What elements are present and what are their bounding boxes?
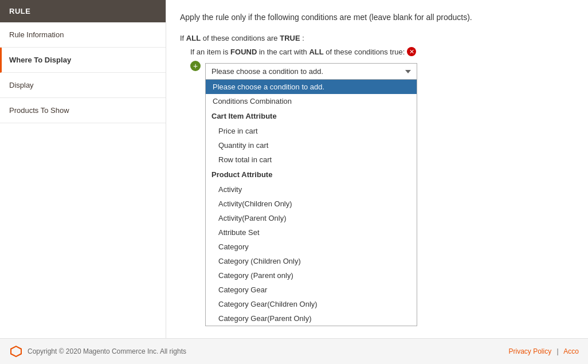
dropdown-item[interactable]: Conditions Combination (206, 94, 417, 108)
sidebar-item-where-to-display[interactable]: Where To Display (0, 48, 166, 73)
dropdown-item[interactable]: Category (206, 240, 417, 254)
dropdown-arrow-icon (405, 70, 411, 73)
all-keyword[interactable]: ALL (186, 34, 201, 42)
footer-copyright: Copyright © 2020 Magento Commerce Inc. A… (28, 347, 186, 355)
condition-dropdown-list: Please choose a condition to add.Conditi… (205, 80, 417, 326)
condition-suffix: : (302, 34, 304, 42)
sidebar-header: RULE (0, 0, 166, 22)
sidebar: RULE Rule Information Where To Display D… (0, 0, 166, 364)
dropdown-item[interactable]: Category Gear (206, 283, 417, 297)
sidebar-item-display[interactable]: Display (0, 73, 166, 98)
condition-section: If ALL of these conditions are TRUE : If… (180, 34, 574, 80)
condition-middle-text: of these conditions are (203, 34, 278, 42)
if-label: If (180, 34, 184, 42)
footer-separator: | (557, 347, 559, 355)
nested-middle: in the cart with (259, 48, 307, 56)
dropdown-item[interactable]: Activity(Parent Only) (206, 211, 417, 225)
condition-dropdown-wrapper: Please choose a condition to add. Please… (205, 63, 417, 80)
sidebar-item-products-to-show[interactable]: Products To Show (0, 98, 166, 123)
dropdown-item[interactable]: Climate (206, 326, 417, 326)
dropdown-item[interactable]: Category Gear(Children Only) (206, 297, 417, 311)
found-keyword[interactable]: FOUND (230, 48, 257, 56)
condition-line-all: If ALL of these conditions are TRUE : (180, 34, 574, 42)
dropdown-item[interactable]: Price in cart (206, 124, 417, 138)
dropdown-item[interactable]: Category (Parent only) (206, 268, 417, 283)
condition-dropdown-trigger[interactable]: Please choose a condition to add. (205, 63, 417, 80)
privacy-policy-link[interactable]: Privacy Policy (508, 347, 551, 355)
nested-prefix: If an item is (190, 48, 228, 56)
dropdown-item[interactable]: Please choose a condition to add. (206, 80, 417, 94)
account-link[interactable]: Acco (563, 347, 579, 355)
nested-all-keyword[interactable]: ALL (309, 48, 323, 56)
nested-suffix: of these conditions true: (326, 48, 405, 56)
sidebar-item-rule-information[interactable]: Rule Information (0, 22, 166, 48)
dropdown-item[interactable]: Category (Children Only) (206, 254, 417, 268)
main-content: Apply the rule only if the following con… (166, 0, 588, 364)
dropdown-item[interactable]: Activity (206, 182, 417, 197)
dropdown-item[interactable]: Category Gear(Parent Only) (206, 311, 417, 326)
dropdown-item[interactable]: Activity(Children Only) (206, 197, 417, 211)
dropdown-item[interactable]: Attribute Set (206, 225, 417, 240)
footer-links: Privacy Policy | Acco (508, 347, 579, 355)
dropdown-item[interactable]: Row total in cart (206, 152, 417, 167)
nested-condition: If an item is FOUND in the cart with ALL… (190, 47, 574, 56)
add-condition-button[interactable]: + (190, 61, 201, 71)
dropdown-group-label: Cart Item Attribute (206, 108, 417, 124)
dropdown-selected-text: Please choose a condition to add. (211, 67, 401, 76)
magento-logo (9, 345, 23, 358)
dropdown-item[interactable]: Quantity in cart (206, 138, 417, 152)
rule-description: Apply the rule only if the following con… (180, 11, 574, 24)
footer: Copyright © 2020 Magento Commerce Inc. A… (0, 338, 588, 364)
remove-condition-button[interactable]: ✕ (407, 47, 416, 56)
true-keyword[interactable]: TRUE (280, 34, 300, 42)
dropdown-group-label: Product Attribute (206, 167, 417, 182)
